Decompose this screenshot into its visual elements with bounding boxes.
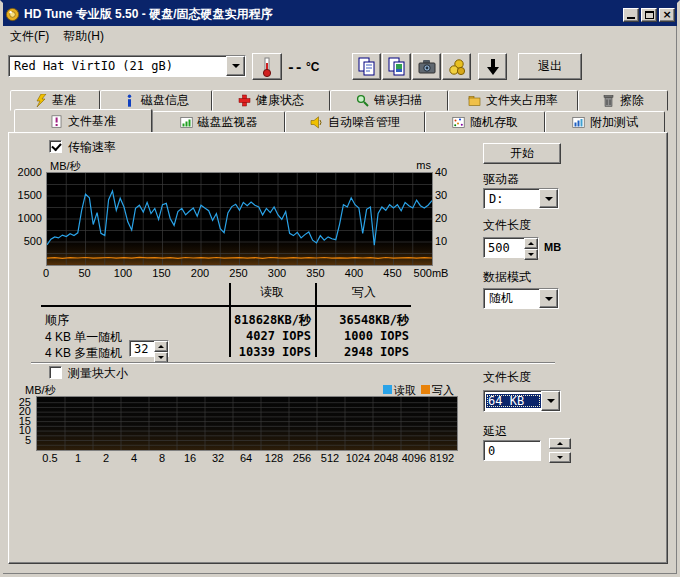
chevron-down-icon[interactable] xyxy=(539,189,558,208)
tab-label: 文件基准 xyxy=(68,113,116,130)
transfer-chart-x-tick: 100 xyxy=(103,267,143,279)
close-button[interactable]: × xyxy=(659,8,675,22)
spin-up-icon[interactable] xyxy=(154,341,168,352)
transfer-rate-plot xyxy=(47,173,432,265)
gold-button[interactable] xyxy=(442,53,471,80)
folder-icon xyxy=(468,94,481,107)
block-size-chart xyxy=(36,396,458,451)
menu-file[interactable]: 文件(F) xyxy=(3,26,56,47)
block-chart-x-tick: 8192 xyxy=(426,452,458,464)
row-4k-multi-label: 4 KB 多重随机 xyxy=(45,345,122,362)
camera-icon xyxy=(417,57,437,77)
tab-file-benchmark[interactable]: 文件基准 xyxy=(14,109,152,133)
maximize-button[interactable] xyxy=(641,8,657,22)
tab-label: 健康状态 xyxy=(256,92,304,109)
temperature-unit: °C xyxy=(306,60,319,74)
legend-read-swatch xyxy=(383,385,392,394)
tab-erase[interactable]: 擦除 xyxy=(578,90,668,111)
chevron-down-icon[interactable] xyxy=(226,56,245,76)
trash-icon xyxy=(602,94,615,107)
transfer-chart-y-right-tick: 10 xyxy=(435,235,459,247)
transfer-chart-x-tick: 250 xyxy=(219,267,259,279)
tab-label: 自动噪音管理 xyxy=(328,114,400,131)
tab-auto-acoustic[interactable]: 自动噪音管理 xyxy=(285,111,425,133)
delay-input[interactable]: 0 xyxy=(483,440,541,461)
tab-error-scan[interactable]: 错误扫描 xyxy=(330,90,448,111)
block-size-plot xyxy=(37,397,457,450)
menu-help[interactable]: 帮助(H) xyxy=(56,26,111,47)
menu-bar: 文件(F) 帮助(H) xyxy=(3,27,677,46)
transfer-chart-x-tick: 350 xyxy=(296,267,336,279)
tab-folder-usage[interactable]: 文件夹占用率 xyxy=(448,90,578,111)
exit-button[interactable]: 退出 xyxy=(518,53,582,80)
tab-label: 随机存取 xyxy=(470,114,518,131)
save-results-button[interactable] xyxy=(478,53,507,80)
blue-bars-icon xyxy=(572,116,585,129)
chevron-down-icon[interactable] xyxy=(541,391,560,411)
data-mode-dropdown[interactable]: 随机 xyxy=(483,288,559,309)
transfer-rate-label: 传输速率 xyxy=(68,139,116,156)
tab-health[interactable]: 健康状态 xyxy=(212,90,330,111)
block-size-label: 测量块大小 xyxy=(68,365,128,382)
drive-label: 驱动器 xyxy=(483,171,519,188)
copy-image-button[interactable] xyxy=(382,53,411,80)
row-4k-multi-write: 2948 IOPS xyxy=(321,345,409,359)
start-button[interactable]: 开始 xyxy=(483,143,561,164)
file-length-value: 500 xyxy=(484,241,524,255)
delay-up-button[interactable] xyxy=(549,438,571,449)
arrow-down-glyph xyxy=(545,297,553,305)
legend-write-swatch xyxy=(421,385,430,394)
section-divider xyxy=(31,362,555,363)
app-icon xyxy=(5,7,20,22)
transfer-chart-y-right-tick: 40 xyxy=(435,166,459,178)
transfer-rate-chart xyxy=(46,172,433,266)
temperature-button[interactable] xyxy=(252,53,282,80)
hd-tune-window: HD Tune 专业版 5.50 - 硬盘/固态硬盘实用程序 × 文件(F) 帮… xyxy=(0,0,680,577)
screenshot-button[interactable] xyxy=(412,53,441,80)
spin-up-icon[interactable] xyxy=(524,238,538,249)
spin-down-icon[interactable] xyxy=(524,249,538,260)
transfer-chart-y-left-tick: 500 xyxy=(9,235,42,247)
data-mode-label: 数据模式 xyxy=(483,269,531,286)
file-length-stepper[interactable]: 500 xyxy=(483,237,539,258)
row-sequential-label: 顺序 xyxy=(45,312,69,329)
arrow-up-glyph xyxy=(557,439,563,445)
speaker-icon xyxy=(310,116,323,129)
table-divider xyxy=(315,283,317,357)
block-file-length-dropdown[interactable]: 64 KB xyxy=(483,390,561,412)
row-4k-single-label: 4 KB 单一随机 xyxy=(45,329,122,346)
row-4k-multi-read: 10339 IOPS xyxy=(231,345,311,359)
arrow-down-glyph xyxy=(557,456,563,462)
block-file-length-label: 文件长度 xyxy=(483,369,531,386)
block-size-checkbox[interactable] xyxy=(49,366,62,379)
drive-selector[interactable]: Red Hat VirtIO (21 gB) xyxy=(8,55,246,77)
transfer-chart-x-tick: 450 xyxy=(373,267,413,279)
copy-text-icon xyxy=(357,57,377,77)
drive-dropdown[interactable]: D: xyxy=(483,188,559,209)
row-sequential-read: 818628KB/秒 xyxy=(231,312,311,329)
queue-depth-stepper[interactable]: 32 xyxy=(129,340,169,357)
chevron-down-icon[interactable] xyxy=(539,289,558,308)
tab-random-access[interactable]: 随机存取 xyxy=(425,111,545,133)
minimize-button[interactable] xyxy=(623,8,639,22)
tab-benchmark[interactable]: 基准 xyxy=(10,90,100,111)
gold-icon xyxy=(447,57,467,77)
table-rule xyxy=(41,305,411,307)
title-bar[interactable]: HD Tune 专业版 5.50 - 硬盘/固态硬盘实用程序 × xyxy=(3,3,677,26)
down-arrow-icon xyxy=(483,57,503,77)
delay-value: 0 xyxy=(484,444,540,458)
transfer-chart-x-tick: 0 xyxy=(26,267,66,279)
copy-text-button[interactable] xyxy=(352,53,381,80)
row-4k-single-write: 1000 IOPS xyxy=(321,329,409,343)
transfer-rate-checkbox[interactable] xyxy=(49,140,62,153)
dots-icon xyxy=(452,116,465,129)
tab-label: 磁盘监视器 xyxy=(198,114,258,131)
tab-disk-info[interactable]: 磁盘信息 xyxy=(100,90,212,111)
transfer-chart-x-tick: 300 xyxy=(257,267,297,279)
delay-down-button[interactable] xyxy=(549,452,571,463)
row-sequential-write: 36548KB/秒 xyxy=(321,312,409,329)
transfer-chart-y-left-tick: 2000 xyxy=(9,166,42,178)
tab-extra-tests[interactable]: 附加测试 xyxy=(545,111,665,133)
window-title: HD Tune 专业版 5.50 - 硬盘/固态硬盘实用程序 xyxy=(24,6,272,23)
tab-disk-monitor[interactable]: 磁盘监视器 xyxy=(152,111,285,133)
